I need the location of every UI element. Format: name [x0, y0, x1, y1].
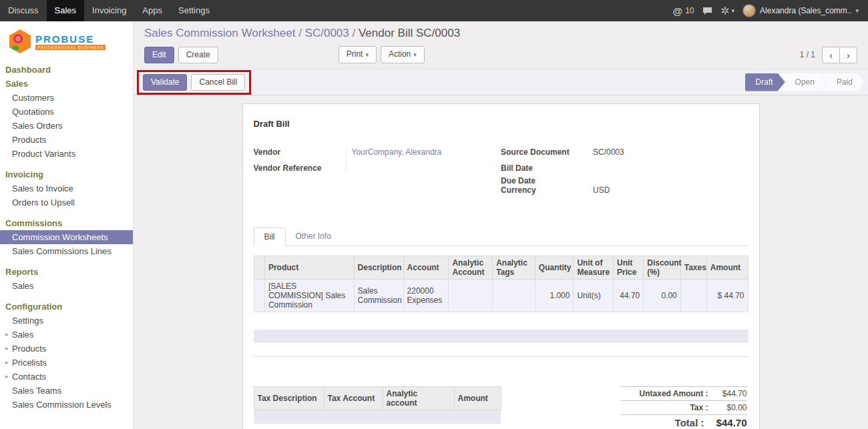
tab-bill[interactable]: Bill	[254, 228, 286, 246]
sidebar-item-sales-to-invoice[interactable]: Sales to Invoice	[0, 181, 133, 195]
top-navbar: Discuss Sales Invoicing Apps Settings @ …	[0, 0, 868, 21]
pager-next-button[interactable]: ›	[839, 47, 857, 63]
column-header: Unit of Measure	[574, 256, 614, 280]
sidebar-item-label: Products	[12, 344, 46, 354]
breadcrumb-worksheet-link[interactable]: Sales Commission Worksheet	[144, 27, 305, 39]
cell-description: Sales Commission	[354, 280, 403, 312]
status-open[interactable]: Open	[779, 73, 827, 91]
sidebar-item-config-sales[interactable]: ▸Sales	[0, 328, 133, 342]
sidebar-item-label: Sales	[12, 330, 34, 340]
caret-down-icon: ▾	[365, 51, 369, 58]
edit-button[interactable]: Edit	[144, 47, 174, 63]
menu-sales[interactable]: Sales	[47, 0, 85, 21]
sidebar-item-sales-teams[interactable]: Sales Teams	[0, 384, 133, 398]
total-value: $44.70	[704, 417, 747, 428]
sidebar-heading-configuration[interactable]: Configuration	[0, 300, 133, 314]
bill-date-value	[593, 160, 748, 171]
validate-button[interactable]: Validate	[143, 74, 187, 91]
sidebar-item-commission-worksheets[interactable]: Commission Worksheets	[0, 230, 133, 244]
bill-date-label: Bill Date	[501, 163, 593, 173]
sidebar-item-label: Commission Worksheets	[12, 232, 108, 242]
sidebar-item-config-pricelists[interactable]: ▸Pricelists	[0, 356, 133, 370]
handle-column	[254, 256, 264, 280]
sidebar-heading-dashboard[interactable]: Dashboard	[0, 63, 133, 77]
column-header: Account	[403, 256, 449, 280]
column-header: Tax Description	[254, 387, 324, 410]
column-header: Discount (%)	[644, 256, 681, 280]
sidebar-item-config-products[interactable]: ▸Products	[0, 342, 133, 356]
sidebar-item-config-contacts[interactable]: ▸Contacts	[0, 370, 133, 384]
mention-count: 10	[685, 6, 694, 15]
source-document-label: Source Document	[501, 147, 593, 157]
tab-other-info[interactable]: Other Info	[286, 228, 341, 246]
cell-quantity: 1.000	[535, 280, 574, 312]
create-button[interactable]: Create	[178, 47, 218, 63]
logo-title: PROBUSE	[35, 33, 105, 45]
gear-icon[interactable]: ▾	[720, 6, 735, 15]
page-title: Draft Bill	[254, 119, 748, 129]
expand-arrow-icon: ▸	[5, 358, 12, 368]
handle-cell	[254, 280, 264, 312]
sidebar-item-label: Sales Teams	[12, 386, 61, 396]
sidebar-item-orders-to-upsell[interactable]: Orders to Upsell	[0, 195, 133, 209]
menu-apps[interactable]: Apps	[134, 0, 170, 21]
main-content: Sales Commission Worksheet SC/0003 Vendo…	[134, 21, 868, 429]
sidebar-item-product-variants[interactable]: Product Variants	[0, 147, 133, 161]
sidebar-heading-sales[interactable]: Sales	[0, 77, 133, 91]
cell-account: 220000 Expenses	[403, 280, 449, 312]
print-button[interactable]: Print▾	[339, 46, 377, 63]
sidebar-item-products[interactable]: Products	[0, 133, 133, 147]
menu-settings[interactable]: Settings	[170, 0, 218, 21]
breadcrumb: Sales Commission Worksheet SC/0003 Vendo…	[144, 27, 857, 40]
sidebar-item-config-settings[interactable]: Settings	[0, 314, 133, 328]
sidebar-item-sales-commission-levels[interactable]: Sales Commission Levels	[0, 398, 133, 412]
column-header: Analytic Tags	[493, 256, 535, 280]
form-area: Draft Bill Vendor YourCompany, Alexandra…	[134, 95, 868, 429]
sidebar-item-customers[interactable]: Customers	[0, 91, 133, 105]
sidebar-heading-commissions[interactable]: Commissions	[0, 216, 133, 230]
sidebar-item-reports-sales[interactable]: Sales	[0, 279, 133, 293]
avatar	[742, 4, 756, 17]
menu-invoicing[interactable]: Invoicing	[84, 0, 134, 21]
sidebar-item-label: Sales Commission Levels	[12, 400, 112, 410]
untaxed-amount-label: Untaxed Amount :	[640, 389, 708, 398]
pager-previous-button[interactable]: ‹	[822, 47, 840, 63]
vendor-value-link[interactable]: YourCompany, Alexandra	[346, 147, 501, 158]
cell-analytic-account	[449, 280, 493, 312]
sidebar-item-quotations[interactable]: Quotations	[0, 105, 133, 119]
sidebar-item-sales-commissions-lines[interactable]: Sales Commissions Lines	[0, 244, 133, 258]
sidebar-heading-reports[interactable]: Reports	[0, 265, 133, 279]
company-logo: PROBUSE PROFESSIONAL BUSINESS	[0, 21, 133, 60]
currency-value: USD	[593, 185, 748, 196]
sidebar-item-label: Pricelists	[12, 358, 47, 368]
tax-header-row: Tax Description Tax Account Analytic acc…	[254, 387, 501, 410]
column-header: Tax Account	[324, 387, 383, 410]
action-button[interactable]: Action▾	[381, 46, 425, 63]
sidebar-item-label: Contacts	[12, 372, 46, 382]
untaxed-amount-value: $44.70	[708, 389, 747, 398]
pager-label: 1 / 1	[800, 50, 815, 59]
cell-taxes	[680, 280, 706, 312]
cell-uom: Unit(s)	[574, 280, 614, 312]
table-row: [SALES COMMISSION] Sales Commission Sale…	[254, 280, 748, 312]
section-divider	[254, 356, 748, 357]
total-label: Total :	[675, 417, 704, 428]
sidebar-item-sales-orders[interactable]: Sales Orders	[0, 119, 133, 133]
column-header: Amount	[454, 387, 501, 410]
mention-counter[interactable]: @ 10	[673, 5, 694, 17]
sidebar: PROBUSE PROFESSIONAL BUSINESS Dashboard …	[0, 21, 134, 429]
status-paid[interactable]: Paid	[821, 73, 865, 91]
cancel-bill-button[interactable]: Cancel Bill	[191, 74, 245, 91]
sidebar-item-label: Sales Commissions Lines	[12, 246, 112, 256]
due-date-value	[593, 173, 748, 183]
menu-discuss[interactable]: Discuss	[0, 0, 47, 21]
user-name: Alexandra (Sales_comm..	[760, 6, 851, 15]
field-group: Vendor YourCompany, Alexandra Vendor Ref…	[254, 147, 748, 198]
messages-icon[interactable]	[702, 7, 712, 15]
sidebar-heading-invoicing[interactable]: Invoicing	[0, 167, 133, 181]
totals: Untaxed Amount : $44.70 Tax : $0.00 Tota…	[620, 386, 747, 429]
user-menu[interactable]: Alexandra (Sales_comm.. ▾	[742, 4, 859, 17]
breadcrumb-record-link[interactable]: SC/0003	[305, 27, 359, 39]
tax-lines-table: Tax Description Tax Account Analytic acc…	[254, 386, 501, 429]
empty-tax-row	[254, 424, 501, 429]
